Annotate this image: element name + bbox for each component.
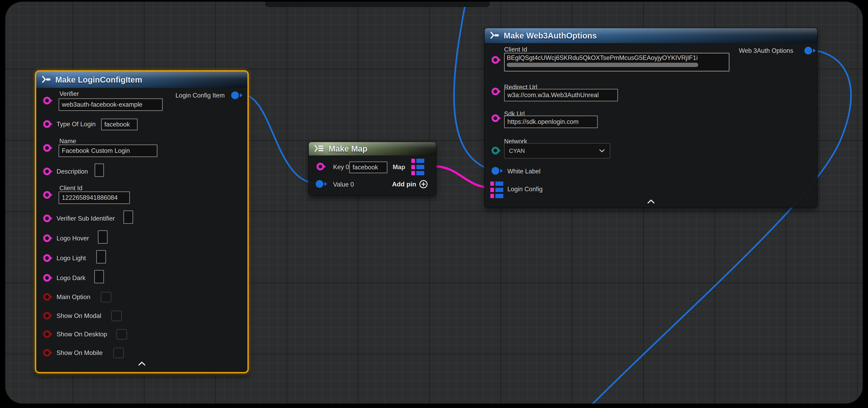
- make-struct-icon: [490, 31, 500, 40]
- node-header[interactable]: Make Web3AuthOptions: [485, 28, 817, 43]
- pin-label: Verifier: [59, 90, 79, 98]
- pin-label: Value 0: [333, 181, 354, 188]
- node-title: Make Map: [329, 144, 367, 154]
- pin-verifier[interactable]: [43, 97, 51, 104]
- add-pin-label: Add pin: [392, 180, 416, 188]
- graph-canvas[interactable]: Make LoginConfigItem Login Config Item V…: [5, 2, 863, 404]
- collapse-chevron[interactable]: [138, 362, 146, 367]
- show-on-mobile-checkbox[interactable]: [113, 348, 124, 358]
- pin-name[interactable]: [43, 144, 51, 152]
- pin-verifier-sub-identifier[interactable]: [43, 214, 51, 222]
- input-hscrollbar[interactable]: [507, 63, 698, 67]
- node-title: Make Web3AuthOptions: [504, 31, 597, 40]
- show-on-desktop-checkbox[interactable]: [117, 329, 127, 340]
- pin-label: Key 0: [333, 164, 349, 171]
- pin-label: White Label: [507, 168, 540, 175]
- pin-label: Login Config Item: [176, 92, 225, 99]
- logo-light-input[interactable]: [96, 250, 106, 264]
- network-selected-value: CYAN: [509, 147, 525, 154]
- blueprint-editor: Make LoginConfigItem Login Config Item V…: [0, 0, 868, 408]
- node-make-loginconfigitem[interactable]: Make LoginConfigItem Login Config Item V…: [35, 70, 249, 373]
- pin-description[interactable]: [43, 168, 51, 175]
- key-0-input[interactable]: facebook: [349, 162, 388, 173]
- verifier-sub-identifier-input[interactable]: [123, 210, 133, 224]
- pin-client-id[interactable]: [43, 191, 51, 199]
- add-pin-button[interactable]: Add pin: [392, 180, 428, 189]
- pin-label: Show On Desktop: [57, 331, 107, 338]
- pin-type-of-login[interactable]: [43, 120, 51, 128]
- pin-client-id[interactable]: [492, 56, 499, 64]
- pin-value-0[interactable]: [316, 180, 323, 188]
- pin-label: Logo Light: [57, 254, 86, 262]
- pin-label: Logo Hover: [57, 235, 89, 242]
- pin-main-option[interactable]: [43, 293, 51, 301]
- pin-label: Login Config: [507, 185, 542, 193]
- pin-redirect-url[interactable]: [492, 88, 499, 95]
- pin-login-config[interactable]: [490, 181, 503, 198]
- node-make-web3authoptions[interactable]: Make Web3AuthOptions Web 3Auth Options C…: [484, 28, 817, 207]
- pin-label: Logo Dark: [57, 274, 86, 282]
- pin-logo-light[interactable]: [43, 254, 51, 262]
- logo-dark-input[interactable]: [94, 270, 104, 283]
- pin-key-0[interactable]: [316, 163, 324, 170]
- sdk-url-input[interactable]: https://sdk.openlogin.com: [504, 115, 598, 128]
- offscreen-node-bottom[interactable]: [266, 2, 490, 7]
- pin-label: Show On Modal: [57, 312, 101, 319]
- node-title: Make LoginConfigItem: [55, 75, 142, 84]
- pin-label: Client Id: [504, 46, 527, 53]
- pin-login-config-item-out[interactable]: [231, 92, 239, 99]
- pin-logo-hover[interactable]: [43, 234, 51, 242]
- pin-label: Client Id: [59, 184, 83, 192]
- make-container-icon: [314, 144, 325, 153]
- logo-hover-input[interactable]: [98, 230, 107, 244]
- main-option-checkbox[interactable]: [101, 292, 111, 302]
- add-pin-icon: [419, 180, 428, 189]
- pin-label: Show On Mobile: [57, 349, 102, 356]
- pin-label: Name: [59, 138, 76, 145]
- chevron-down-icon: [599, 149, 605, 152]
- pin-label: Web 3Auth Options: [739, 47, 793, 55]
- description-input[interactable]: [95, 164, 104, 177]
- pin-white-label[interactable]: [492, 167, 499, 175]
- pin-label: Map: [393, 164, 405, 171]
- node-header[interactable]: Make Map: [309, 142, 436, 156]
- pin-show-on-mobile[interactable]: [43, 349, 51, 356]
- node-make-map[interactable]: Make Map Key 0 facebook Map Value 0 Add …: [308, 142, 436, 196]
- client-id-input[interactable]: BEglQSgt4cUWcj6SKRdu5QkOXTsePmMcusG5EAoy…: [504, 53, 730, 71]
- pin-show-on-modal[interactable]: [43, 312, 51, 319]
- pin-label: Description: [57, 168, 88, 175]
- collapse-chevron[interactable]: [647, 199, 655, 205]
- make-struct-icon: [41, 75, 52, 84]
- name-input[interactable]: Facebook Custom Login: [59, 144, 157, 157]
- pin-label: Type Of Login: [57, 121, 96, 128]
- wire-map-to-loginconfig[interactable]: [436, 166, 491, 188]
- node-header[interactable]: Make LoginConfigItem: [36, 72, 247, 88]
- client-id-input[interactable]: 1222658941886084: [59, 192, 130, 204]
- pin-web3auth-options-out[interactable]: [804, 47, 812, 55]
- pin-show-on-desktop[interactable]: [43, 330, 51, 338]
- show-on-modal-checkbox[interactable]: [111, 311, 122, 321]
- redirect-url-input[interactable]: w3a://com.w3a.Web3AuthUnreal: [504, 89, 618, 101]
- network-dropdown[interactable]: CYAN: [504, 143, 610, 159]
- pin-sdk-url[interactable]: [492, 114, 499, 122]
- pin-label: Verifier Sub Identifier: [57, 215, 115, 222]
- verifier-input[interactable]: web3auth-facebook-example: [59, 98, 163, 111]
- pin-network[interactable]: [492, 147, 499, 155]
- pin-logo-dark[interactable]: [43, 274, 51, 282]
- type-of-login-input[interactable]: facebook: [101, 118, 137, 130]
- pin-label: Main Option: [57, 294, 90, 301]
- wire-loginconfigitem-to-value0[interactable]: [242, 94, 316, 183]
- pin-map-out[interactable]: [411, 159, 424, 175]
